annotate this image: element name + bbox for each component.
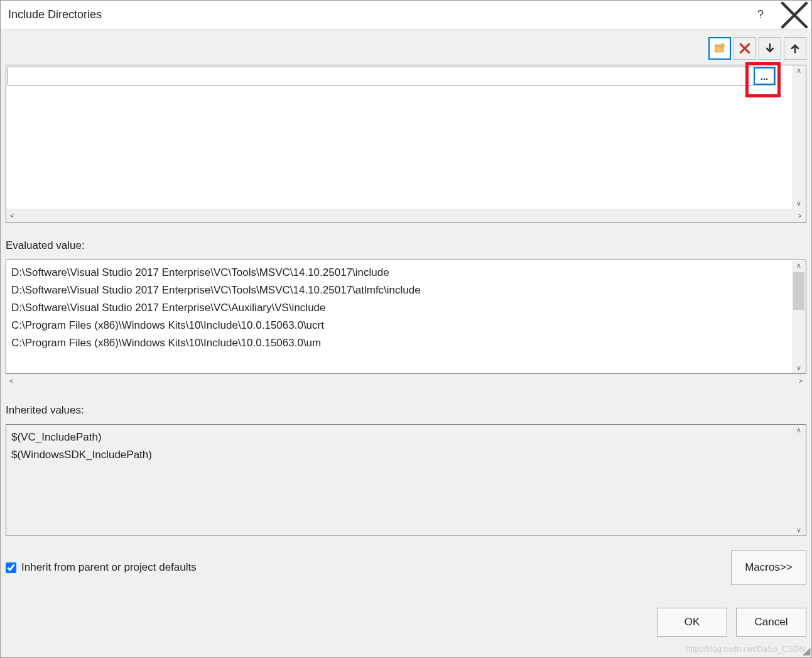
inherited-line: $(VC_IncludePath)	[11, 429, 787, 446]
dialog-title: Include Directories	[8, 8, 744, 21]
delete-x-icon	[739, 42, 751, 55]
paths-editor: ... ∧ ∨ < >	[6, 65, 806, 223]
editor-body: ... ∧ ∨	[6, 65, 806, 209]
scroll-left-icon: <	[9, 211, 15, 221]
vertical-scrollbar[interactable]: ∧ ∨	[792, 260, 806, 373]
inherit-checkbox-wrap[interactable]: Inherit from parent or project defaults	[6, 561, 731, 574]
inherit-checkbox[interactable]	[6, 562, 16, 573]
scroll-down-icon: ∨	[792, 525, 806, 535]
svg-rect-1	[715, 45, 720, 47]
arrow-down-icon	[764, 42, 776, 55]
scroll-down-icon: ∨	[792, 198, 806, 209]
dialog-buttons: OK Cancel	[6, 608, 806, 637]
browse-button[interactable]: ...	[754, 67, 775, 85]
evaluated-line: D:\Software\Visual Studio 2017 Enterpris…	[11, 282, 787, 299]
path-input[interactable]	[8, 67, 754, 85]
vertical-scrollbar[interactable]: ∧ ∨	[792, 65, 806, 209]
scroll-up-icon: ∧	[792, 425, 806, 436]
footer-row: Inherit from parent or project defaults …	[6, 550, 806, 585]
evaluated-line: C:\Program Files (x86)\Windows Kits\10\I…	[11, 334, 787, 352]
scroll-right-icon: >	[797, 211, 803, 221]
inherited-line: $(WindowsSDK_IncludePath)	[11, 446, 787, 464]
scroll-down-icon: ∨	[792, 363, 806, 373]
inherited-values-box: $(VC_IncludePath) $(WindowsSDK_IncludePa…	[6, 424, 806, 536]
evaluated-line: C:\Program Files (x86)\Windows Kits\10\I…	[11, 317, 787, 334]
titlebar: Include Directories ?	[1, 1, 811, 30]
cancel-button[interactable]: Cancel	[736, 608, 806, 637]
scroll-left-icon: <	[8, 376, 14, 386]
scroll-up-icon: ∧	[792, 260, 806, 271]
toolbar	[6, 35, 806, 60]
ellipsis-icon: ...	[761, 71, 769, 82]
close-button[interactable]	[777, 1, 811, 30]
scroll-right-icon: >	[798, 376, 804, 386]
inherited-label: Inherited values:	[6, 404, 806, 417]
close-icon	[777, 0, 811, 32]
move-down-button[interactable]	[759, 37, 781, 60]
horizontal-scrollbar[interactable]: < >	[6, 209, 806, 222]
macros-button-label: Macros>>	[745, 561, 793, 574]
scrollbar-thumb[interactable]	[793, 272, 804, 310]
new-line-button[interactable]	[708, 37, 731, 60]
editor-row: ...	[8, 67, 776, 85]
new-folder-icon	[713, 42, 726, 55]
watermark-text: http://blog.csdn.net/DaSo_CSDN	[686, 644, 805, 654]
cancel-button-label: Cancel	[755, 616, 788, 628]
delete-button[interactable]	[734, 37, 756, 60]
evaluated-line: D:\Software\Visual Studio 2017 Enterpris…	[11, 299, 787, 317]
include-directories-dialog: Include Directories ?	[0, 0, 812, 658]
help-button[interactable]: ?	[744, 1, 777, 30]
inherit-checkbox-label: Inherit from parent or project defaults	[21, 561, 197, 574]
scroll-up-icon: ∧	[792, 65, 806, 76]
evaluated-label: Evaluated value:	[6, 239, 806, 252]
evaluated-value-box: D:\Software\Visual Studio 2017 Enterpris…	[6, 260, 806, 374]
ok-button-label: OK	[685, 616, 700, 628]
arrow-up-icon	[789, 42, 801, 55]
macros-button[interactable]: Macros>>	[731, 550, 806, 585]
inherited-lines: $(VC_IncludePath) $(WindowsSDK_IncludePa…	[6, 425, 792, 535]
evaluated-lines: D:\Software\Visual Studio 2017 Enterpris…	[6, 260, 792, 373]
move-up-button[interactable]	[784, 37, 806, 60]
horizontal-scrollbar[interactable]: < >	[6, 374, 806, 388]
evaluated-line: D:\Software\Visual Studio 2017 Enterpris…	[11, 264, 787, 282]
resize-grip-icon[interactable]: ◢	[799, 645, 810, 656]
dialog-content: ... ∧ ∨ < > Evaluated value: D:\Soft	[1, 30, 811, 657]
ok-button[interactable]: OK	[657, 608, 727, 637]
vertical-scrollbar[interactable]: ∧ ∨	[792, 425, 806, 535]
